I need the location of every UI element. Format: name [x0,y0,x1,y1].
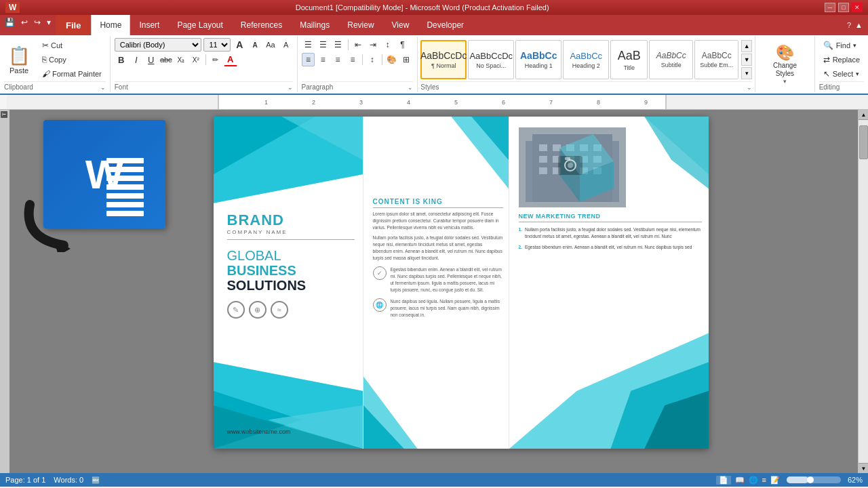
text-highlight-button[interactable]: ✏ [209,53,222,66]
style-title[interactable]: AaB Title [610,40,648,79]
bullets-button[interactable]: ☰ [302,38,315,52]
format-painter-button[interactable]: 🖌 Format Painter [38,67,106,81]
business-text: BUSINESS [227,263,355,278]
marketing-heading: NEW MARKETING TREND [519,213,702,222]
shading-button[interactable]: 🎨 [385,53,399,66]
ribbon-tabs: File Home Insert Page Layout References … [56,15,868,35]
subscript-button[interactable]: X₂ [174,53,188,66]
strikethrough-button[interactable]: abc [159,53,173,66]
tab-insert[interactable]: Insert [130,15,168,35]
customize-qa-button[interactable]: ▾ [45,16,53,28]
help-icon[interactable]: ? [847,21,851,29]
tab-view[interactable]: View [383,15,418,35]
view-full-read-btn[interactable]: 📖 [735,476,745,485]
tab-file[interactable]: File [56,15,91,35]
redo-qa-button[interactable]: ↪ [32,16,43,28]
view-draft-btn[interactable]: 📝 [770,476,780,485]
svg-marker-15 [214,117,315,174]
font-grow-button[interactable]: A [233,38,246,52]
change-styles-area: 🎨 Change Styles ▾ [755,37,814,92]
minimize-button[interactable]: ─ [825,3,835,12]
italic-button[interactable]: I [130,53,143,66]
cut-button[interactable]: ✂ Cut [38,39,106,52]
document-page: BRAND COMPANY NAME GLOBAL BUSINESS SOLUT… [214,117,709,449]
maximize-button[interactable]: □ [838,3,849,12]
scroll-up-button[interactable]: ▲ [859,110,868,120]
styles-scroll-down[interactable]: ▼ [741,54,752,66]
scroll-thumb[interactable] [859,125,868,159]
social-icon-1[interactable]: ✎ [227,301,245,319]
svg-marker-29 [644,391,709,449]
svg-text:1: 1 [264,99,268,106]
font-expand[interactable]: ⌄ [288,84,293,91]
increase-indent-button[interactable]: ⇥ [366,38,380,52]
view-outline-btn[interactable]: ≡ [762,476,766,484]
styles-scroll-up[interactable]: ▲ [741,40,752,52]
scroll-down-button[interactable]: ▼ [859,463,868,473]
social-icon-2[interactable]: ⊕ [249,301,267,319]
close-button[interactable]: ✕ [852,3,863,12]
tab-developer[interactable]: Developer [418,15,473,35]
decrease-indent-button[interactable]: ⇤ [351,38,365,52]
style-no-spacing[interactable]: AaBbCcDc No Spaci... [468,40,514,79]
margin-handle[interactable]: ⊢ [1,111,7,118]
style-heading2[interactable]: AaBbCc Heading 2 [563,40,609,79]
align-center-button[interactable]: ≡ [316,53,330,66]
svg-text:6: 6 [502,99,505,106]
font-shrink-button[interactable]: A [248,38,262,52]
font-size-select[interactable]: 11 [203,38,231,52]
paste-button[interactable]: 📋 Paste [4,40,34,79]
replace-button[interactable]: ⇄ Replace [819,53,864,66]
clipboard-expand[interactable]: ⌄ [100,84,106,91]
style-normal[interactable]: AaBbCcDc ¶ Normal [420,40,467,79]
align-left-button[interactable]: ≡ [302,53,315,66]
line-spacing-button[interactable]: ↕ [366,53,379,66]
tab-page-layout[interactable]: Page Layout [168,15,231,35]
font-color-button[interactable]: A [224,53,237,66]
clear-format-button[interactable]: A [279,38,293,52]
sort-button[interactable]: ↕ [381,38,395,52]
show-formatting-button[interactable]: ¶ [396,38,410,52]
justify-button[interactable]: ≡ [346,53,359,66]
select-button[interactable]: ↖ Select ▾ [819,67,864,81]
change-styles-button[interactable]: 🎨 Change Styles ▾ [758,38,811,91]
save-qa-button[interactable]: 💾 [3,16,17,28]
social-icons: ✎ ⊕ ≈ [227,301,355,319]
font-face-select[interactable]: Calibri (Body) [115,38,202,52]
tab-references[interactable]: References [232,15,291,35]
change-case-button[interactable]: Aa [264,38,277,52]
tab-review[interactable]: Review [338,15,382,35]
social-icon-3[interactable]: ≈ [271,301,288,319]
arrow-icon [16,198,77,255]
styles-expand[interactable]: ⌄ [747,84,752,91]
view-web-btn[interactable]: 🌐 [749,476,758,485]
v-scrollbar[interactable]: ▲ ▼ [858,110,868,473]
style-subtle-em[interactable]: AaBbCc Subtle Em... [694,40,738,79]
copy-button[interactable]: ⎘ Copy [38,53,106,66]
style-subtitle[interactable]: AaBbCc Subtitle [649,40,693,79]
view-print-btn[interactable]: 📄 [716,476,731,485]
borders-button[interactable]: ⊞ [399,53,413,66]
styles-more[interactable]: ▾ [741,67,752,79]
svg-marker-19 [268,405,363,449]
scroll-track[interactable] [859,120,868,463]
underline-button[interactable]: U [144,53,158,66]
zoom-slider[interactable] [787,476,841,483]
style-heading1[interactable]: AaBbCc Heading 1 [515,40,561,79]
tab-mailings[interactable]: Mailings [291,15,338,35]
undo-qa-button[interactable]: ↩ [19,16,30,28]
find-button[interactable]: 🔍 Find ▾ [819,39,864,52]
multilevel-button[interactable]: ☰ [332,38,345,52]
paragraph-expand[interactable]: ⌄ [408,84,413,91]
document-area[interactable]: W [9,110,858,473]
ribbon-collapse-icon[interactable]: ▲ [855,21,863,29]
bold-button[interactable]: B [115,53,128,66]
tab-home[interactable]: Home [91,15,130,35]
solutions-text: SOLUTIONS [227,278,355,293]
align-right-button[interactable]: ≡ [331,53,344,66]
brochure-left-panel: BRAND COMPANY NAME GLOBAL BUSINESS SOLUT… [214,117,363,449]
status-bar: Page: 1 of 1 Words: 0 🔤 📄 📖 🌐 ≡ 📝 62% [0,473,868,487]
mid-body-1: Lorem ipsum dolor sit amet, consectetur … [373,211,503,230]
superscript-button[interactable]: X² [189,53,203,66]
numbering-button[interactable]: ☰ [317,38,330,52]
